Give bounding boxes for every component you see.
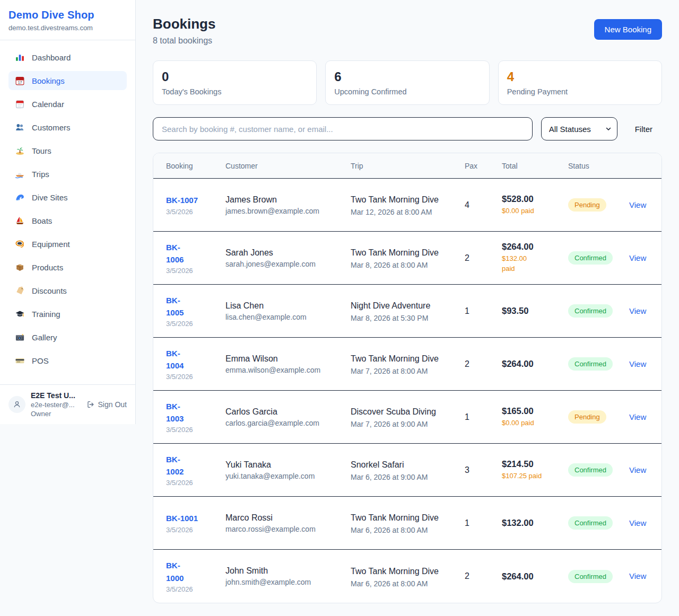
trip-date: Mar 12, 2026 at 8:00 AM <box>351 208 465 216</box>
pax-cell: 1 <box>465 412 502 422</box>
trip-name: Two Tank Morning Dive <box>351 512 440 524</box>
sidebar-item-tours[interactable]: Tours <box>8 141 127 160</box>
status-cell: Confirmed <box>568 357 629 371</box>
booking-date: 3/5/2026 <box>166 267 225 275</box>
sidebar-item-trips[interactable]: Trips <box>8 164 127 183</box>
stat-card: 6 Upcoming Confirmed <box>325 60 489 105</box>
trip-name: Two Tank Morning Dive <box>351 193 440 206</box>
sidebar-item-calendar[interactable]: Calendar <box>8 94 127 113</box>
sidebar-item-label: Products <box>32 263 63 272</box>
view-link[interactable]: View <box>629 359 646 368</box>
sidebar-item-boats[interactable]: Boats <box>8 211 127 230</box>
status-cell: Pending <box>568 198 629 212</box>
status-filter-select[interactable]: All Statuses <box>541 117 617 140</box>
customer-email: carlos.garcia@example.com <box>225 419 351 427</box>
sidebar-item-label: Gallery <box>32 333 57 342</box>
sidebar-item-customers[interactable]: Customers <box>8 118 127 137</box>
view-cell: View <box>629 253 649 263</box>
view-link[interactable]: View <box>629 306 646 315</box>
table-header-row: BookingCustomerTripPaxTotalStatus <box>153 153 661 179</box>
sidebar-item-equipment[interactable]: Equipment <box>8 234 127 253</box>
sidebar-item-label: Calendar <box>32 100 64 109</box>
customer-cell: Lisa Chen lisa.chen@example.com <box>225 301 351 321</box>
dashboard-icon <box>15 52 25 63</box>
status-select-wrap: All Statuses <box>541 117 617 140</box>
shop-name: Demo Dive Shop <box>8 9 127 21</box>
column-header-customer: Customer <box>225 162 351 170</box>
total-amount: $264.00 <box>502 242 568 252</box>
customer-name: James Brown <box>225 195 351 205</box>
sidebar-item-label: Discounts <box>32 286 67 295</box>
stat-label: Upcoming Confirmed <box>334 87 480 96</box>
stat-card: 4 Pending Payment <box>498 60 662 105</box>
status-cell: Confirmed <box>568 251 629 265</box>
status-badge: Confirmed <box>568 516 613 530</box>
stat-label: Today's Bookings <box>162 87 308 96</box>
booking-date: 3/5/2026 <box>166 479 225 487</box>
tours-icon <box>15 146 25 156</box>
trip-date: Mar 7, 2026 at 9:00 AM <box>351 420 465 428</box>
booking-id-link[interactable]: BK-1007 <box>166 194 198 206</box>
sidebar-item-dashboard[interactable]: Dashboard <box>8 48 127 67</box>
filter-button[interactable]: Filter <box>635 125 652 134</box>
sidebar-item-discounts[interactable]: Discounts <box>8 281 127 300</box>
sidebar-item-products[interactable]: Products <box>8 258 127 277</box>
customer-name: Marco Rossi <box>225 513 351 523</box>
booking-id-link[interactable]: BK-1002 <box>166 453 186 478</box>
pax-cell: 3 <box>465 465 502 475</box>
booking-date: 3/5/2026 <box>166 208 225 216</box>
sidebar-header: Demo Dive Shop demo.test.divestreams.com <box>0 0 135 40</box>
sidebar-item-dive-sites[interactable]: Dive Sites <box>8 188 127 207</box>
column-header-trip: Trip <box>351 162 465 170</box>
sidebar-item-pos[interactable]: POS <box>8 351 127 370</box>
user-email: e2e-tester@... <box>31 401 75 409</box>
filter-bar: All Statuses Filter <box>153 117 662 140</box>
status-cell: Confirmed <box>568 516 629 530</box>
table-row: BK-1006 3/5/2026 Sarah Jones sarah.jones… <box>153 232 661 285</box>
customer-cell: John Smith john.smith@example.com <box>225 566 351 586</box>
search-input[interactable] <box>153 117 533 140</box>
booking-id-link[interactable]: BK-1004 <box>166 347 186 372</box>
view-link[interactable]: View <box>629 412 646 421</box>
sidebar-item-gallery[interactable]: Gallery <box>8 328 127 347</box>
column-header-pax: Pax <box>465 162 502 170</box>
view-link[interactable]: View <box>629 253 646 262</box>
trip-name: Two Tank Morning Dive <box>351 353 440 365</box>
stat-value: 0 <box>162 69 308 84</box>
view-cell: View <box>629 306 649 316</box>
trip-date: Mar 8, 2026 at 8:00 AM <box>351 261 465 269</box>
status-cell: Confirmed <box>568 304 629 318</box>
booking-id-link[interactable]: BK-1006 <box>166 241 186 266</box>
total-amount: $264.00 <box>502 571 568 582</box>
sidebar-item-bookings[interactable]: 17 Bookings <box>8 71 127 90</box>
view-cell: View <box>629 200 649 210</box>
view-link[interactable]: View <box>629 465 646 474</box>
booking-id-link[interactable]: BK-1001 <box>166 512 198 524</box>
total-cell: $214.50 $107.25 paid <box>502 459 568 481</box>
booking-cell: BK-1003 3/5/2026 <box>166 400 225 434</box>
view-link[interactable]: View <box>629 200 646 209</box>
table-row: BK-1004 3/5/2026 Emma Wilson emma.wilson… <box>153 338 661 391</box>
sidebar-user-footer: E2E Test U... e2e-tester@... Owner Sign … <box>0 384 135 424</box>
customer-name: John Smith <box>225 566 351 576</box>
new-booking-button[interactable]: New Booking <box>594 19 662 40</box>
booking-id-link[interactable]: BK-1005 <box>166 294 186 319</box>
total-cell: $264.00 <box>502 571 568 582</box>
total-amount: $214.50 <box>502 459 568 469</box>
view-link[interactable]: View <box>629 518 646 527</box>
total-amount: $132.00 <box>502 518 568 528</box>
booking-date: 3/5/2026 <box>166 320 225 328</box>
view-cell: View <box>629 412 649 422</box>
sidebar-item-label: Training <box>32 310 60 319</box>
sidebar-item-label: Trips <box>32 170 49 179</box>
sign-out-button[interactable]: Sign Out <box>86 400 127 409</box>
table-body: BK-1007 3/5/2026 James Brown james.brown… <box>153 179 661 603</box>
user-name: E2E Test U... <box>31 391 75 400</box>
booking-id-link[interactable]: BK-1003 <box>166 400 186 425</box>
booking-cell: BK-1001 3/5/2026 <box>166 512 225 533</box>
customer-email: john.smith@example.com <box>225 578 351 586</box>
status-badge: Confirmed <box>568 304 613 318</box>
view-link[interactable]: View <box>629 571 646 580</box>
sidebar-item-training[interactable]: Training <box>8 304 127 323</box>
booking-id-link[interactable]: BK-1000 <box>166 559 186 584</box>
